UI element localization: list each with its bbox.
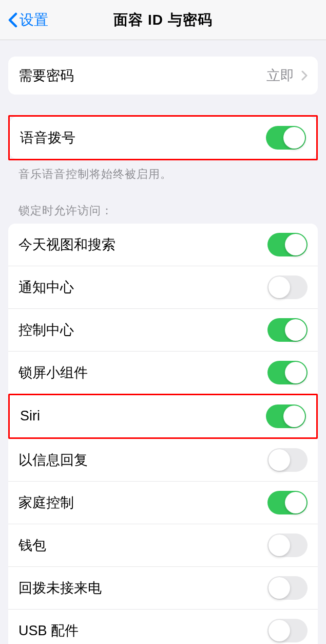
- voice-dial-row: 语音拨号: [10, 117, 316, 159]
- chevron-left-icon: [8, 12, 17, 28]
- locked-access-toggle[interactable]: [267, 576, 308, 600]
- toggle-knob: [285, 319, 306, 341]
- page-title: 面容 ID 与密码: [113, 10, 213, 30]
- locked-access-toggle[interactable]: [267, 275, 308, 299]
- chevron-right-icon: [301, 70, 308, 81]
- locked-access-row: 以信息回复: [8, 439, 318, 481]
- locked-access-toggle[interactable]: [267, 619, 308, 642]
- toggle-knob: [283, 406, 305, 427]
- back-label: 设置: [20, 10, 48, 30]
- locked-access-toggle[interactable]: [267, 448, 308, 472]
- locked-access-row: 控制中心: [8, 308, 318, 351]
- require-passcode-label: 需要密码: [18, 66, 74, 85]
- locked-access-row: 家庭控制: [8, 481, 318, 524]
- locked-access-toggle[interactable]: [267, 533, 308, 557]
- require-passcode-row[interactable]: 需要密码 立即: [8, 57, 318, 95]
- locked-access-toggle[interactable]: [267, 318, 308, 342]
- locked-access-label: 以信息回复: [18, 451, 88, 469]
- locked-access-label: 钱包: [18, 536, 46, 555]
- locked-access-row: 锁屏小组件: [8, 351, 318, 394]
- toggle-knob: [283, 127, 305, 149]
- back-button[interactable]: 设置: [8, 10, 48, 30]
- toggle-knob: [269, 620, 290, 641]
- locked-access-toggle[interactable]: [266, 404, 306, 428]
- toggle-knob: [285, 234, 306, 255]
- locked-access-label: 回拨未接来电: [18, 579, 102, 597]
- locked-access-label: 通知中心: [18, 278, 74, 297]
- locked-access-row: 钱包: [8, 524, 318, 566]
- locked-access-row: Siri: [10, 395, 316, 437]
- locked-access-toggle[interactable]: [267, 491, 308, 514]
- locked-access-row: 通知中心: [8, 266, 318, 308]
- toggle-knob: [269, 449, 290, 471]
- voice-dial-toggle[interactable]: [266, 126, 306, 150]
- locked-access-row: 回拨未接来电: [8, 566, 318, 609]
- locked-access-header: 锁定时允许访问：: [8, 203, 318, 224]
- toggle-knob: [269, 577, 290, 599]
- voice-dial-label: 语音拨号: [20, 128, 75, 147]
- locked-access-label: 家庭控制: [18, 493, 74, 512]
- locked-access-label: 今天视图和搜索: [18, 235, 116, 254]
- toggle-knob: [269, 535, 290, 556]
- locked-access-label: 锁屏小组件: [18, 363, 88, 382]
- locked-access-label: Siri: [20, 408, 40, 424]
- locked-access-label: 控制中心: [18, 321, 74, 339]
- voice-dial-footer: 音乐语音控制将始终被启用。: [8, 160, 318, 182]
- require-passcode-value: 立即: [266, 66, 308, 85]
- locked-access-toggle[interactable]: [267, 233, 308, 256]
- navigation-bar: 设置 面容 ID 与密码: [0, 0, 326, 40]
- locked-access-row: USB 配件: [8, 609, 318, 644]
- locked-access-label: USB 配件: [18, 621, 79, 640]
- toggle-knob: [285, 362, 306, 383]
- toggle-knob: [285, 492, 306, 513]
- locked-access-row: 今天视图和搜索: [8, 224, 318, 266]
- locked-access-toggle[interactable]: [267, 361, 308, 384]
- toggle-knob: [269, 277, 290, 298]
